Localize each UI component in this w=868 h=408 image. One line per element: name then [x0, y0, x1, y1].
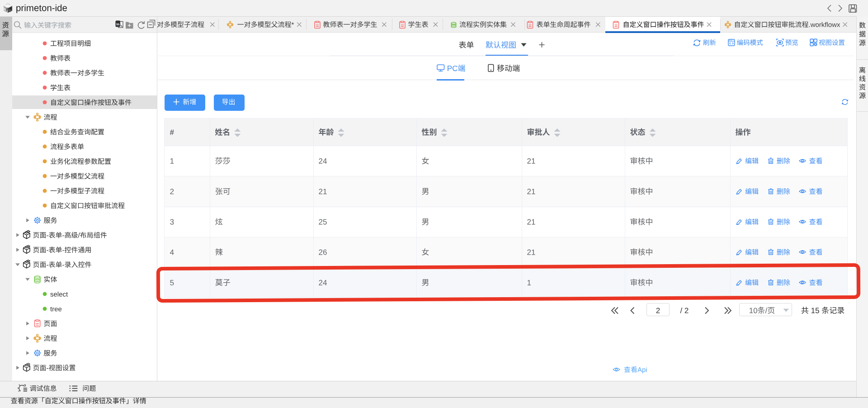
- svg-text:in: in: [116, 22, 119, 26]
